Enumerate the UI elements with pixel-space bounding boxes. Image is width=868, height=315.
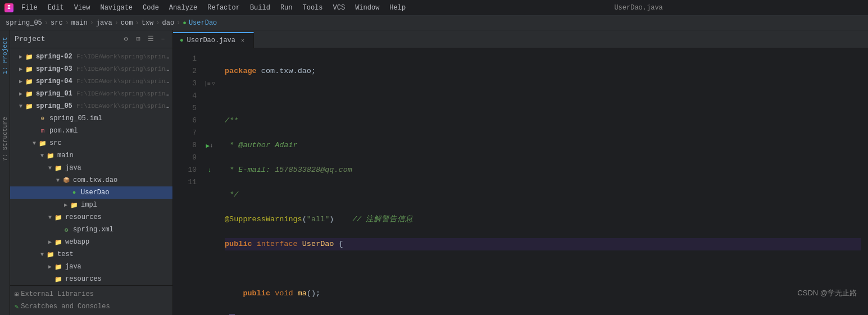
menu-refactor[interactable]: Refactor	[203, 3, 244, 13]
run-icon[interactable]: ▶	[206, 142, 210, 149]
javadoc-collapse-icon[interactable]: |≡	[204, 81, 211, 87]
tree-item-spring04[interactable]: ▶ 📁 spring-04 F:\IDEAWork\spring\spring-…	[10, 75, 172, 88]
tree-arrow[interactable]: ▶	[17, 90, 25, 98]
tree-label: pom.xml	[49, 127, 78, 135]
external-libraries-item[interactable]: ⊞ External Libraries	[10, 288, 172, 300]
menu-window[interactable]: Window	[351, 3, 384, 13]
tree-arrow[interactable]: ▼	[38, 250, 46, 258]
menu-bar[interactable]: File Edit View Navigate Code Analyze Ref…	[17, 3, 410, 13]
tree-item-impl[interactable]: ▶ 📁 impl	[10, 199, 172, 211]
tree-item-test[interactable]: ▼ 📁 test	[10, 248, 172, 261]
code-editor: 1 2 3 4 5 6 7 8 9 10 11 |≡ ▽	[173, 48, 868, 315]
tree-item-spring05iml[interactable]: ⚙ spring_05.iml	[10, 112, 172, 125]
tree-item-src[interactable]: ▼ 📁 src	[10, 137, 172, 149]
folder-icon: 📁	[25, 65, 34, 74]
breadcrumb-spring05[interactable]: spring_05	[6, 19, 42, 27]
tree-item-springxml[interactable]: ⚙ spring.xml	[10, 223, 172, 236]
folder-icon: 📁	[25, 77, 34, 86]
menu-analyze[interactable]: Analyze	[165, 3, 202, 13]
folder-icon: 📁	[25, 89, 34, 98]
tree-item-java-test[interactable]: ▶ 📁 java	[10, 261, 172, 273]
code-line-7: @SuppressWarnings("all") // 注解警告信息	[225, 213, 861, 226]
tree-label: spring-04 F:\IDEAWork\spring\spring-0	[36, 77, 172, 85]
tree-label: com.txw.dao	[73, 176, 117, 184]
tree-item-resources-test[interactable]: 📁 resources	[10, 273, 172, 285]
tree-item-pom[interactable]: m pom.xml	[10, 125, 172, 137]
tree-item-webapp[interactable]: ▶ 📁 webapp	[10, 236, 172, 248]
breadcrumb-com[interactable]: com	[121, 19, 133, 27]
editor-tab-userdao[interactable]: ● UserDao.java ✕	[173, 32, 254, 48]
tree-arrow[interactable]: ▼	[54, 176, 62, 184]
breadcrumb-src[interactable]: src	[51, 19, 63, 27]
tree-arrow[interactable]: ▶	[46, 263, 54, 271]
side-tab-project[interactable]: 1: Project	[1, 33, 10, 79]
tree-item-spring01[interactable]: ▶ 📁 spring_01 F:\IDEAWork\spring\spring_	[10, 88, 172, 100]
menu-vcs[interactable]: VCS	[329, 3, 350, 13]
menu-help[interactable]: Help	[385, 3, 410, 13]
tree-arrow[interactable]: ▼	[17, 102, 25, 110]
menu-file[interactable]: File	[17, 3, 42, 13]
menu-view[interactable]: View	[70, 3, 95, 13]
folder-icon: 📁	[38, 139, 47, 148]
tree-label: main	[57, 152, 74, 159]
run-icon-10[interactable]: ↓	[208, 167, 212, 174]
panel-title: Project	[15, 35, 119, 43]
scratches-item[interactable]: ✎ Scratches and Consoles	[10, 300, 172, 313]
tree-arrow[interactable]: ▶	[46, 238, 54, 246]
tree-label: src	[49, 139, 62, 147]
panel-options-icon[interactable]: ☰	[146, 34, 156, 44]
menu-edit[interactable]: Edit	[43, 3, 69, 13]
breadcrumb-java[interactable]: java	[96, 19, 112, 27]
tree-arrow[interactable]: ▶	[17, 77, 25, 85]
panel-layout-icon[interactable]: ⊞	[133, 34, 143, 44]
tree-item-spring02[interactable]: ▶ 📁 spring-02 F:\IDEAWork\spring\spring-…	[10, 51, 172, 63]
tree-item-comtxwdao[interactable]: ▼ 📦 com.txw.dao	[10, 174, 172, 186]
menu-code[interactable]: Code	[138, 3, 163, 13]
code-line-10: public void ma();	[225, 287, 861, 300]
tree-label: java	[65, 263, 81, 271]
tree-item-userdao[interactable]: ● UserDao	[10, 186, 172, 199]
breadcrumb-main[interactable]: main	[71, 19, 88, 27]
breadcrumb-dao[interactable]: dao	[162, 19, 174, 27]
code-line-2	[225, 90, 861, 102]
tree-arrow[interactable]: ▶	[17, 65, 25, 73]
tree-item-spring03[interactable]: ▶ 📁 spring-03 F:\IDEAWork\spring\spring-…	[10, 63, 172, 75]
side-tab-structure[interactable]: 7: Structure	[1, 112, 10, 166]
code-line-5: * E-mail: 1578533828@qq.com	[225, 164, 861, 176]
tree-item-resources[interactable]: ▼ 📁 resources	[10, 211, 172, 223]
breadcrumb-txw[interactable]: txw	[142, 19, 154, 27]
menu-build[interactable]: Build	[246, 3, 275, 13]
tab-class-icon: ●	[180, 37, 184, 44]
tree-arrow[interactable]: ▼	[46, 164, 54, 172]
tree-arrow[interactable]: ▶	[17, 53, 25, 61]
java-folder-icon: 📁	[54, 163, 63, 172]
line-numbers: 1 2 3 4 5 6 7 8 9 10 11	[173, 48, 201, 315]
editor-tab-bar: ● UserDao.java ✕	[173, 30, 868, 48]
title-bar: I File Edit View Navigate Code Analyze R…	[0, 0, 868, 16]
tree-arrow[interactable]: ▼	[46, 213, 54, 221]
panel-gear-icon[interactable]: ⚙	[121, 34, 131, 44]
folder-icon: 📁	[25, 52, 34, 61]
gutter-cell-6	[201, 115, 218, 127]
tab-close-button[interactable]: ✕	[239, 36, 247, 44]
panel-minimize-icon[interactable]: –	[158, 34, 168, 44]
bookmark-icon[interactable]: ↓	[210, 142, 213, 149]
menu-navigate[interactable]: Navigate	[96, 3, 137, 13]
java-folder-icon: 📁	[54, 262, 63, 271]
breadcrumb-userdao[interactable]: UserDao	[189, 19, 217, 27]
tree-arrow	[46, 275, 54, 283]
folder-icon: 📁	[54, 238, 63, 246]
tree-arrow[interactable]: ▶	[62, 201, 70, 209]
code-line-6: */	[225, 189, 861, 201]
tree-arrow	[30, 115, 38, 122]
code-content[interactable]: package com.txw.dao; /** * @author Adair…	[218, 48, 868, 315]
tree-item-main[interactable]: ▼ 📁 main	[10, 149, 172, 162]
javadoc-expand-icon[interactable]: ▽	[212, 80, 215, 87]
menu-run[interactable]: Run	[276, 3, 297, 13]
panel-bottom: ⊞ External Libraries ✎ Scratches and Con…	[10, 285, 172, 315]
tree-item-spring05[interactable]: ▼ 📁 spring_05 F:\IDEAWork\spring\spring_	[10, 100, 172, 112]
tree-arrow[interactable]: ▼	[30, 139, 38, 147]
tree-arrow[interactable]: ▼	[38, 152, 46, 159]
tree-item-java[interactable]: ▼ 📁 java	[10, 162, 172, 174]
menu-tools[interactable]: Tools	[298, 3, 328, 13]
